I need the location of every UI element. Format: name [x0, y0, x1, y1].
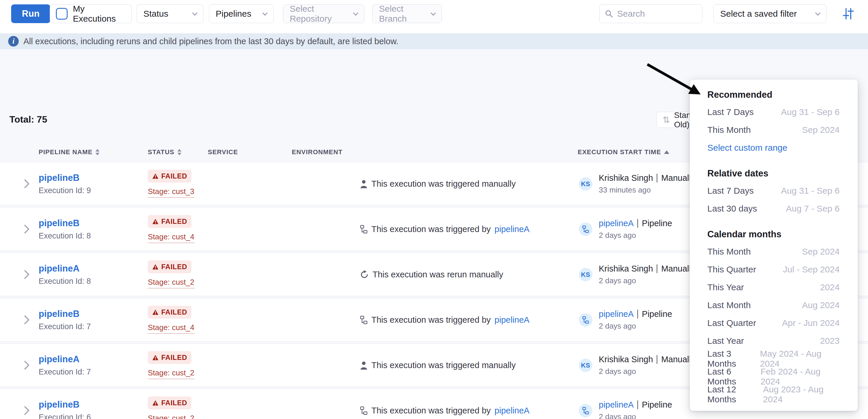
trigger-type: Pipeline	[642, 400, 672, 410]
column-header-status[interactable]: STATUS	[148, 148, 181, 156]
warning-icon	[152, 400, 159, 406]
menu-item-last-year[interactable]: Last Year 2023	[690, 332, 858, 350]
warning-icon	[152, 219, 159, 224]
pipelines-filter-dropdown[interactable]: Pipelines	[209, 4, 274, 23]
warning-icon	[152, 173, 159, 179]
menu-item-this-month[interactable]: This Month Sep 2024	[690, 243, 858, 260]
warning-icon	[152, 264, 159, 270]
pipeline-name-link[interactable]: pipelineB	[39, 399, 91, 410]
trigger-pipeline-link[interactable]: pipelineA	[495, 406, 529, 416]
column-header-environment: ENVIRONMENT	[292, 148, 343, 156]
date-range-hint: Sep 2024	[802, 247, 840, 257]
search-box[interactable]	[599, 4, 702, 23]
triggered-by-pipeline-link[interactable]: pipelineA	[599, 400, 633, 410]
execution-time-ago: 2 days ago	[599, 412, 672, 419]
repository-filter-dropdown[interactable]: Select Repository	[283, 4, 364, 23]
execution-id: Execution Id: 7	[39, 322, 91, 331]
failed-stage-link[interactable]: Stage: cust_4	[148, 323, 194, 334]
trigger-pipeline-link[interactable]: pipelineA	[495, 315, 529, 325]
trigger-message: This execution was triggered manually	[371, 360, 516, 370]
failed-stage-link[interactable]: Stage: cust_2	[148, 368, 194, 379]
pipeline-name-link[interactable]: pipelineB	[39, 173, 91, 183]
row-expand-chevron-icon[interactable]	[24, 315, 30, 324]
branch-filter-label: Select Branch	[379, 4, 431, 24]
info-banner: i All executions, including reruns and c…	[0, 33, 868, 49]
row-expand-chevron-icon[interactable]	[24, 406, 30, 415]
saved-filter-dropdown[interactable]: Select a saved filter	[713, 4, 827, 23]
saved-filter-label: Select a saved filter	[720, 9, 797, 19]
menu-item-last-3-months[interactable]: Last 3 Months May 2024 - Aug 2024	[690, 350, 858, 367]
trigger-pipeline-link[interactable]: pipelineA	[495, 224, 529, 234]
run-button[interactable]: Run	[11, 4, 50, 23]
my-executions-checkbox[interactable]	[56, 8, 68, 20]
menu-item-this-year[interactable]: This Year 2024	[690, 278, 858, 296]
failed-stage-link[interactable]: Stage: cust_3	[148, 187, 194, 198]
date-range-hint: Feb 2024 - Aug 2024	[761, 366, 840, 387]
trigger-message: This execution was triggered by	[371, 224, 491, 234]
pipeline-name-link[interactable]: pipelineB	[39, 309, 91, 319]
menu-item-last-7-days[interactable]: Last 7 Days Aug 31 - Sep 6	[690, 182, 858, 199]
repository-filter-label: Select Repository	[290, 4, 354, 24]
pipelines-filter-label: Pipelines	[216, 9, 251, 19]
failed-stage-link[interactable]: Stage: cust_2	[148, 414, 194, 419]
date-range-hint: Aug 31 - Sep 6	[781, 107, 840, 117]
menu-section-header: Relative dates	[690, 165, 858, 182]
row-expand-chevron-icon[interactable]	[24, 224, 30, 234]
failed-stage-link[interactable]: Stage: cust_4	[148, 232, 194, 243]
menu-item-last-6-months[interactable]: Last 6 Months Feb 2024 - Aug 2024	[690, 367, 858, 385]
chevron-down-icon	[431, 10, 436, 15]
row-expand-chevron-icon[interactable]	[24, 360, 30, 370]
menu-item-last-12-months[interactable]: Last 12 Months Aug 2023 - Aug 2024	[690, 385, 858, 403]
triggered-by-pipeline-link[interactable]: pipelineA	[599, 309, 633, 319]
pipeline-name-link[interactable]: pipelineB	[39, 218, 91, 228]
triggered-by-pipeline-link[interactable]: pipelineA	[599, 219, 633, 228]
status-filter-dropdown[interactable]: Status	[137, 4, 204, 23]
pipeline-avatar	[579, 313, 592, 326]
row-expand-chevron-icon[interactable]	[24, 270, 30, 279]
separator	[657, 355, 657, 364]
execution-id: Execution Id: 7	[39, 367, 91, 377]
my-executions-toggle[interactable]: My Executions	[50, 4, 132, 23]
menu-item-last-quarter[interactable]: Last Quarter Apr - Jun 2024	[690, 314, 858, 332]
trigger-type: Pipeline	[642, 309, 672, 319]
separator	[657, 173, 657, 182]
person-icon	[360, 361, 368, 369]
pipeline-trigger-icon	[360, 315, 368, 324]
status-badge: FAILED	[148, 351, 191, 364]
execution-id: Execution Id: 9	[39, 186, 91, 195]
date-range-hint: May 2024 - Aug 2024	[760, 349, 840, 369]
date-range-hint: Aug 31 - Sep 6	[781, 186, 840, 196]
menu-item-this-month[interactable]: This Month Sep 2024	[690, 121, 858, 139]
date-range-hint: 2023	[820, 336, 840, 346]
failed-stage-link[interactable]: Stage: cust_2	[148, 278, 194, 289]
my-executions-label: My Executions	[73, 4, 126, 24]
pipeline-name-link[interactable]: pipelineA	[39, 354, 91, 364]
info-banner-text: All executions, including reruns and chi…	[23, 37, 399, 46]
execution-time-ago: 2 days ago	[599, 231, 672, 240]
user-avatar: KS	[579, 268, 592, 281]
info-icon: i	[8, 36, 19, 46]
menu-item-select-custom-range[interactable]: Select custom range	[690, 139, 858, 157]
sort-ascending-icon	[664, 151, 669, 154]
column-header-execution-start-time[interactable]: EXECUTION START TIME	[578, 148, 669, 156]
branch-filter-dropdown[interactable]: Select Branch	[372, 4, 442, 23]
menu-item-last-month[interactable]: Last Month Aug 2024	[690, 296, 858, 314]
pipeline-name-link[interactable]: pipelineA	[39, 263, 91, 274]
trigger-message: This execution was triggered manually	[371, 179, 516, 189]
date-range-hint: Aug 2023 - Aug 2024	[763, 384, 840, 405]
menu-item-last-30-days[interactable]: Last 30 days Aug 7 - Sep 6	[690, 199, 858, 217]
menu-item-this-quarter[interactable]: This Quarter Jul - Sep 2024	[690, 260, 858, 278]
chevron-down-icon	[262, 10, 268, 15]
column-header-pipeline-name[interactable]: PIPELINE NAME	[39, 148, 99, 156]
separator	[638, 400, 638, 409]
row-expand-chevron-icon[interactable]	[24, 179, 30, 188]
execution-time-ago: 2 days ago	[599, 322, 672, 331]
date-range-hint: 2024	[820, 282, 840, 292]
menu-item-last-7-days[interactable]: Last 7 Days Aug 31 - Sep 6	[690, 103, 858, 121]
filter-settings-icon[interactable]	[842, 7, 855, 21]
status-badge: FAILED	[148, 215, 191, 228]
chevron-down-icon	[353, 10, 358, 15]
executions-page: { "toolbar": { "run_label": "Run", "my_e…	[0, 0, 868, 419]
pipeline-trigger-icon	[360, 225, 368, 233]
search-input[interactable]	[617, 9, 697, 19]
